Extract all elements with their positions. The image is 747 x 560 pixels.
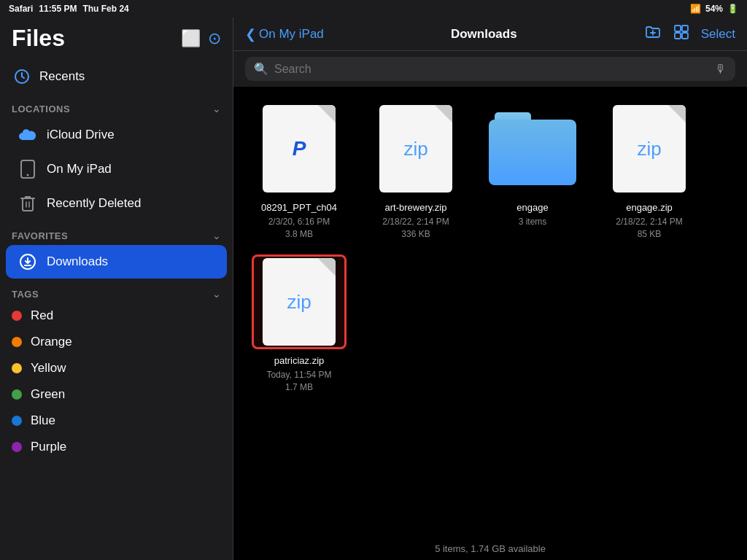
locations-section-header: Locations ⌄ bbox=[0, 94, 233, 117]
file-icon-wrapper-engage-zip: zip bbox=[602, 101, 697, 196]
red-dot bbox=[12, 311, 22, 321]
svg-rect-8 bbox=[682, 33, 688, 39]
locations-chevron-icon[interactable]: ⌄ bbox=[212, 103, 221, 114]
tag-item-blue[interactable]: Blue bbox=[0, 408, 233, 434]
sidebar-item-on-my-ipad[interactable]: On My iPad bbox=[6, 152, 227, 186]
toolbar-actions: Select bbox=[644, 23, 735, 44]
favorites-chevron-icon[interactable]: ⌄ bbox=[212, 230, 221, 241]
wifi-icon: 📶 bbox=[690, 4, 701, 14]
content-status: 5 items, 1.74 GB available bbox=[233, 537, 747, 560]
sidebar-toggle-icon[interactable]: ⬜ bbox=[181, 29, 201, 48]
tag-item-green[interactable]: Green bbox=[0, 381, 233, 408]
file-item-ppt[interactable]: P 08291_PPT_ch04 2/3/20, 6:16 PM3.8 MB bbox=[248, 101, 350, 240]
recents-label: Recents bbox=[39, 69, 85, 84]
status-right: 📶 54% 🔋 bbox=[690, 4, 738, 14]
yellow-dot bbox=[12, 363, 22, 373]
tag-item-red[interactable]: Red bbox=[0, 303, 233, 329]
downloads-label: Downloads bbox=[47, 254, 108, 269]
locations-title: Locations bbox=[12, 104, 70, 114]
files-grid: P 08291_PPT_ch04 2/3/20, 6:16 PM3.8 MB z… bbox=[233, 87, 747, 537]
file-item-engage-folder[interactable]: engage 3 items bbox=[481, 101, 584, 240]
sidebar-content: Recents Locations ⌄ iCloud Drive bbox=[0, 59, 233, 472]
content-status-label: 5 items, 1.74 GB available bbox=[435, 543, 546, 554]
favorites-title: Favorites bbox=[12, 230, 68, 241]
blue-dot bbox=[12, 416, 22, 426]
date-label: Thu Feb 24 bbox=[82, 4, 128, 14]
green-label: Green bbox=[31, 387, 65, 402]
sidebar: Files ⬜ ⊙ Recents Locations ⌄ bbox=[0, 18, 233, 560]
back-button[interactable]: ❮ On My iPad bbox=[245, 26, 324, 42]
orange-label: Orange bbox=[31, 335, 72, 349]
svg-rect-6 bbox=[682, 26, 688, 31]
ppt-file-name: 08291_PPT_ch04 bbox=[261, 202, 337, 214]
tags-chevron-icon[interactable]: ⌄ bbox=[212, 288, 221, 300]
engage-folder-meta: 3 items bbox=[519, 216, 547, 228]
svg-point-2 bbox=[27, 174, 29, 176]
yellow-label: Yellow bbox=[31, 361, 66, 376]
art-brewery-file-name: art-brewery.zip bbox=[384, 202, 446, 214]
red-label: Red bbox=[31, 308, 53, 323]
file-item-engage-zip[interactable]: zip engage.zip 2/18/22, 2:14 PM85 KB bbox=[598, 101, 700, 240]
ppt-file-meta: 2/3/20, 6:16 PM3.8 MB bbox=[268, 216, 330, 241]
tag-item-orange[interactable]: Orange bbox=[0, 329, 233, 355]
clock-icon bbox=[12, 66, 32, 87]
trash-icon bbox=[18, 193, 38, 214]
sidebar-item-downloads[interactable]: Downloads bbox=[6, 245, 227, 279]
sidebar-item-icloud-drive[interactable]: iCloud Drive bbox=[6, 118, 227, 152]
select-label: Select bbox=[701, 27, 735, 41]
tags-title: Tags bbox=[12, 289, 39, 300]
search-input-wrapper: 🔍 🎙 bbox=[245, 57, 735, 81]
engage-zip-file-name: engage.zip bbox=[626, 202, 673, 214]
status-left: Safari 11:55 PM Thu Feb 24 bbox=[9, 4, 129, 14]
art-brewery-icon-text: zip bbox=[403, 138, 427, 160]
toolbar-title: Downloads bbox=[331, 27, 637, 42]
icloud-icon bbox=[18, 125, 38, 145]
sidebar-title: Files bbox=[12, 25, 65, 52]
patriciaz-file-name: patriciaz.zip bbox=[274, 355, 325, 368]
select-button[interactable]: Select bbox=[701, 27, 735, 42]
battery-icon: 🔋 bbox=[727, 4, 738, 14]
favorites-section-header: Favorites ⌄ bbox=[0, 221, 233, 244]
sidebar-header: Files ⬜ ⊙ bbox=[0, 18, 233, 59]
back-chevron-icon: ❮ bbox=[245, 26, 256, 42]
patriciaz-zip-icon: zip bbox=[263, 258, 336, 346]
engage-zip-file-meta: 2/18/22, 2:14 PM85 KB bbox=[616, 216, 682, 241]
back-label: On My iPad bbox=[259, 27, 324, 42]
engage-folder-icon bbox=[489, 112, 576, 185]
search-icon: 🔍 bbox=[254, 62, 268, 76]
purple-dot bbox=[12, 442, 22, 452]
sidebar-header-icons: ⬜ ⊙ bbox=[181, 29, 221, 48]
search-input[interactable] bbox=[274, 63, 709, 76]
svg-rect-7 bbox=[675, 33, 681, 39]
sidebar-item-recents[interactable]: Recents bbox=[0, 59, 233, 94]
engage-folder-name: engage bbox=[516, 202, 548, 214]
blue-label: Blue bbox=[31, 413, 55, 428]
svg-rect-5 bbox=[675, 26, 681, 31]
file-icon-wrapper-art-brewery: zip bbox=[368, 101, 463, 196]
search-bar-container: 🔍 🎙 bbox=[233, 51, 747, 87]
engage-zip-icon-text: zip bbox=[637, 138, 661, 160]
purple-label: Purple bbox=[31, 440, 66, 454]
mic-icon[interactable]: 🎙 bbox=[715, 63, 727, 76]
file-item-patriciaz[interactable]: zip patriciaz.zip Today, 11:54 PM1.7 MB bbox=[248, 254, 350, 393]
tags-section-header: Tags ⌄ bbox=[0, 279, 233, 303]
tag-item-purple[interactable]: Purple bbox=[0, 434, 233, 460]
file-icon-wrapper-ppt: P bbox=[252, 101, 347, 196]
tag-item-yellow[interactable]: Yellow bbox=[0, 355, 233, 381]
time-label: 11:55 PM bbox=[39, 4, 77, 14]
art-brewery-file-meta: 2/18/22, 2:14 PM336 KB bbox=[382, 216, 449, 241]
file-icon-wrapper-patriciaz: zip bbox=[252, 254, 347, 349]
file-icon-wrapper-engage-folder bbox=[485, 101, 580, 196]
ppt-icon-text: P bbox=[293, 137, 306, 160]
icloud-drive-label: iCloud Drive bbox=[47, 128, 115, 142]
grid-view-button[interactable] bbox=[673, 24, 689, 44]
art-brewery-zip-icon: zip bbox=[379, 105, 452, 192]
sidebar-item-recently-deleted[interactable]: Recently Deleted bbox=[6, 187, 227, 220]
recently-deleted-label: Recently Deleted bbox=[47, 196, 141, 211]
engage-zip-icon: zip bbox=[613, 105, 686, 192]
new-folder-button[interactable] bbox=[644, 23, 662, 44]
on-my-ipad-label: On My iPad bbox=[47, 162, 112, 176]
more-icon[interactable]: ⊙ bbox=[208, 29, 221, 48]
download-circle-icon bbox=[18, 252, 38, 272]
file-item-art-brewery[interactable]: zip art-brewery.zip 2/18/22, 2:14 PM336 … bbox=[365, 101, 467, 240]
